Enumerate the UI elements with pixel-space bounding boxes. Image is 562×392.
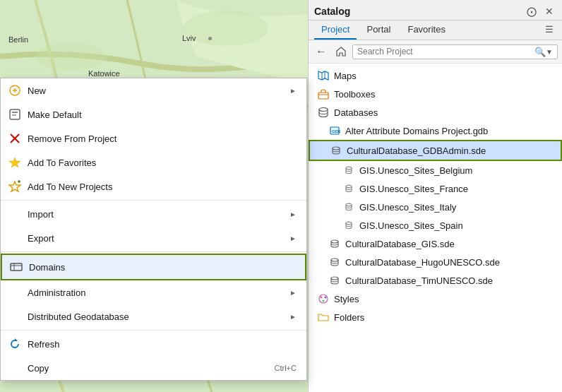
menu-item-export[interactable]: Export ► — [1, 226, 306, 250]
menu-item-new[interactable]: New ► — [1, 78, 306, 102]
separator-3 — [1, 330, 306, 331]
administration-arrow: ► — [289, 289, 297, 297]
menu-item-administration[interactable]: Administration ► — [1, 280, 306, 304]
menu-item-domains[interactable]: Domains — [1, 254, 306, 280]
menu-item-make-default-label: Make Default — [28, 109, 297, 120]
tree-label-styles: Styles — [334, 294, 359, 304]
menu-item-add-new-projects[interactable]: Add To New Projects — [1, 174, 306, 198]
svg-rect-20 — [318, 93, 328, 99]
tab-favorites[interactable]: Favorites — [400, 20, 452, 40]
svg-marker-17 — [318, 71, 328, 80]
import-arrow: ► — [289, 210, 297, 218]
back-button[interactable]: ← — [313, 43, 330, 60]
svg-point-28 — [346, 203, 352, 206]
styles-icon — [317, 292, 330, 305]
distributed-arrow: ► — [289, 313, 297, 321]
tree-item-toolboxes[interactable]: Toolboxes — [309, 85, 562, 103]
search-input[interactable] — [357, 47, 534, 57]
tree-item-cultural-hugo[interactable]: CulturalDatabase_HugoUNESCO.sde — [309, 253, 562, 271]
folders-icon — [317, 311, 330, 323]
sde-item-icon-france — [342, 182, 355, 195]
tree-item-folders[interactable]: Folders — [309, 308, 562, 326]
city-dot-lviv — [208, 37, 212, 40]
sde-icon — [330, 144, 342, 157]
catalog-panel: Catalog ⨀ ✕ Project Portal Favorites ☰ ←… — [308, 0, 562, 392]
new-arrow: ► — [289, 87, 297, 95]
tree-label-cultural-gis: CulturalDatabase_GIS.sde — [345, 239, 455, 249]
tree-label-maps: Maps — [334, 71, 357, 81]
refresh-icon — [8, 337, 22, 351]
maps-icon — [317, 69, 330, 82]
add-favorites-icon — [8, 155, 22, 170]
distributed-icon — [8, 309, 22, 323]
menu-item-make-default[interactable]: Make Default — [1, 102, 306, 126]
tree-item-gis-france[interactable]: GIS.Unesco_Sites_France — [309, 179, 562, 198]
remove-icon — [8, 131, 22, 145]
catalog-toolbar: ← 🔍 ▼ — [309, 40, 562, 64]
menu-item-distributed[interactable]: Distributed Geodatabase ► — [1, 304, 306, 328]
city-katowice: Katowice — [88, 69, 120, 78]
context-menu: New ► Make Default Remove From Project A… — [0, 78, 307, 381]
domains-icon — [9, 260, 23, 274]
svg-point-22 — [319, 108, 328, 112]
tree-label-cultural-db: CulturalDatabase_GDBAdmin.sde — [347, 145, 486, 156]
tree-label-gis-italy: GIS.Unesco_Sites_Italy — [359, 202, 456, 213]
menu-item-copy[interactable]: Copy Ctrl+C — [1, 356, 306, 380]
sde-icon-hugo — [328, 256, 341, 268]
tree-item-cultural-tim[interactable]: CulturalDatabase_TimUNESCO.sde — [309, 271, 562, 290]
svg-point-36 — [323, 300, 325, 302]
city-lviv: Lviv — [182, 34, 196, 42]
svg-point-30 — [331, 240, 338, 243]
tree-item-maps[interactable]: Maps — [309, 66, 562, 85]
catalog-controls: ⨀ ✕ — [524, 4, 556, 18]
tree-item-gis-italy[interactable]: GIS.Unesco_Sites_Italy — [309, 198, 562, 216]
tree-label-cultural-tim: CulturalDatabase_TimUNESCO.sde — [345, 275, 493, 286]
svg-point-25 — [333, 147, 340, 150]
home-button[interactable] — [333, 43, 349, 60]
tree-label-databases: Databases — [334, 107, 378, 118]
menu-item-remove-label: Remove From Project — [28, 133, 297, 144]
tab-portal[interactable]: Portal — [359, 20, 397, 40]
tree-item-cultural-gis[interactable]: CulturalDatabase_GIS.sde — [309, 234, 562, 253]
make-default-icon — [8, 107, 22, 121]
tree-label-gis-belgium: GIS.Unesco_Sites_Belgium — [359, 165, 472, 176]
tree-item-gis-belgium[interactable]: GIS.Unesco_Sites_Belgium — [309, 161, 562, 179]
menu-item-add-favorites[interactable]: Add To Favorites — [1, 150, 306, 174]
search-box[interactable]: 🔍 ▼ — [352, 44, 558, 59]
menu-item-administration-label: Administration — [28, 287, 289, 298]
tree-item-styles[interactable]: Styles — [309, 290, 562, 308]
menu-item-remove[interactable]: Remove From Project — [1, 126, 306, 150]
add-new-projects-icon — [8, 179, 22, 194]
svg-marker-10 — [9, 182, 20, 191]
sde-icon-tim — [328, 274, 341, 287]
gdb-icon: GDB — [328, 124, 341, 137]
svg-point-29 — [346, 222, 352, 225]
pin-icon[interactable]: ⨀ — [524, 4, 539, 18]
export-arrow: ► — [289, 234, 297, 242]
tree-item-alter-attr[interactable]: GDB Alter Attribute Domains Project.gdb — [309, 121, 562, 140]
tab-project[interactable]: Project — [314, 20, 357, 40]
menu-item-add-favorites-label: Add To Favorites — [28, 158, 297, 168]
tree-item-gis-spain[interactable]: GIS.Unesco_Sites_Spain — [309, 216, 562, 234]
search-dropdown-icon[interactable]: ▼ — [546, 48, 553, 56]
close-icon[interactable]: ✕ — [542, 4, 556, 18]
catalog-menu-icon[interactable]: ☰ — [542, 20, 556, 40]
separator-2 — [1, 251, 306, 252]
tree-label-gis-france: GIS.Unesco_Sites_France — [359, 184, 468, 194]
tree-label-folders: Folders — [334, 312, 364, 323]
new-icon — [8, 83, 22, 97]
copy-icon — [8, 361, 22, 375]
sde-item-icon-spain — [342, 219, 355, 232]
sde-item-icon-belgium — [342, 164, 355, 177]
tree-label-toolboxes: Toolboxes — [334, 89, 376, 100]
svg-rect-13 — [11, 263, 22, 271]
tree-item-databases[interactable]: Databases — [309, 103, 562, 121]
menu-item-refresh[interactable]: Refresh — [1, 332, 306, 356]
svg-point-27 — [346, 185, 352, 188]
menu-item-import[interactable]: Import ► — [1, 202, 306, 226]
menu-item-import-label: Import — [28, 209, 289, 220]
city-berlin: Berlin — [8, 35, 28, 44]
svg-point-26 — [346, 167, 352, 170]
tree-item-cultural-db[interactable]: CulturalDatabase_GDBAdmin.sde — [309, 140, 562, 161]
svg-point-32 — [331, 277, 338, 280]
